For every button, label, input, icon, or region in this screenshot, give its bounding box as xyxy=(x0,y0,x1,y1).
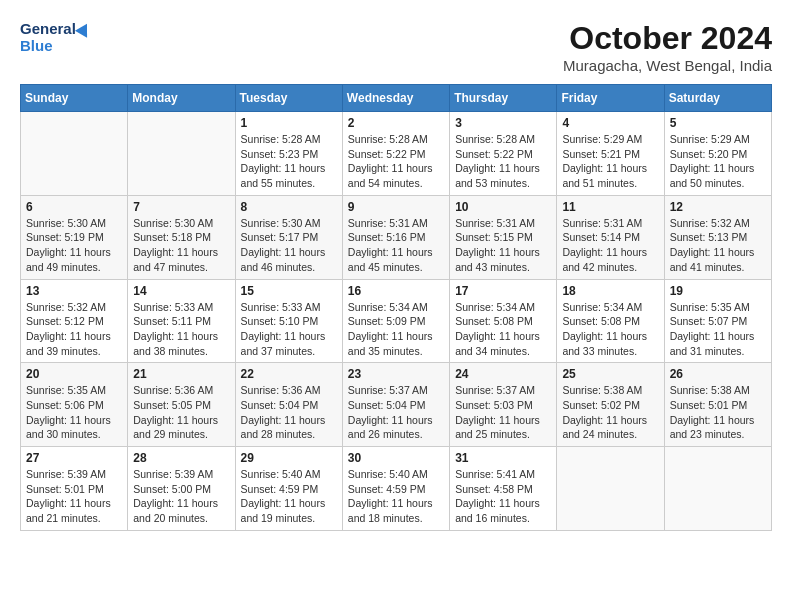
calendar-cell: 28Sunrise: 5:39 AM Sunset: 5:00 PM Dayli… xyxy=(128,447,235,531)
day-number: 24 xyxy=(455,367,551,381)
day-info: Sunrise: 5:28 AM Sunset: 5:22 PM Dayligh… xyxy=(455,132,551,191)
logo: General Blue xyxy=(20,20,91,55)
day-info: Sunrise: 5:30 AM Sunset: 5:18 PM Dayligh… xyxy=(133,216,229,275)
week-row-1: 1Sunrise: 5:28 AM Sunset: 5:23 PM Daylig… xyxy=(21,112,772,196)
day-info: Sunrise: 5:29 AM Sunset: 5:21 PM Dayligh… xyxy=(562,132,658,191)
logo-general: General xyxy=(20,20,76,37)
calendar-cell: 27Sunrise: 5:39 AM Sunset: 5:01 PM Dayli… xyxy=(21,447,128,531)
calendar-cell: 13Sunrise: 5:32 AM Sunset: 5:12 PM Dayli… xyxy=(21,279,128,363)
day-info: Sunrise: 5:35 AM Sunset: 5:06 PM Dayligh… xyxy=(26,383,122,442)
calendar-cell: 5Sunrise: 5:29 AM Sunset: 5:20 PM Daylig… xyxy=(664,112,771,196)
day-info: Sunrise: 5:29 AM Sunset: 5:20 PM Dayligh… xyxy=(670,132,766,191)
day-number: 3 xyxy=(455,116,551,130)
day-info: Sunrise: 5:35 AM Sunset: 5:07 PM Dayligh… xyxy=(670,300,766,359)
calendar-cell: 16Sunrise: 5:34 AM Sunset: 5:09 PM Dayli… xyxy=(342,279,449,363)
day-number: 23 xyxy=(348,367,444,381)
day-number: 9 xyxy=(348,200,444,214)
weekday-header-friday: Friday xyxy=(557,85,664,112)
day-number: 18 xyxy=(562,284,658,298)
day-number: 22 xyxy=(241,367,337,381)
location: Muragacha, West Bengal, India xyxy=(563,57,772,74)
day-info: Sunrise: 5:37 AM Sunset: 5:03 PM Dayligh… xyxy=(455,383,551,442)
day-number: 1 xyxy=(241,116,337,130)
day-info: Sunrise: 5:28 AM Sunset: 5:23 PM Dayligh… xyxy=(241,132,337,191)
calendar-cell: 30Sunrise: 5:40 AM Sunset: 4:59 PM Dayli… xyxy=(342,447,449,531)
week-row-2: 6Sunrise: 5:30 AM Sunset: 5:19 PM Daylig… xyxy=(21,195,772,279)
calendar-cell: 10Sunrise: 5:31 AM Sunset: 5:15 PM Dayli… xyxy=(450,195,557,279)
day-number: 26 xyxy=(670,367,766,381)
calendar-cell: 4Sunrise: 5:29 AM Sunset: 5:21 PM Daylig… xyxy=(557,112,664,196)
calendar-cell: 3Sunrise: 5:28 AM Sunset: 5:22 PM Daylig… xyxy=(450,112,557,196)
day-info: Sunrise: 5:30 AM Sunset: 5:17 PM Dayligh… xyxy=(241,216,337,275)
day-info: Sunrise: 5:33 AM Sunset: 5:11 PM Dayligh… xyxy=(133,300,229,359)
calendar-table: SundayMondayTuesdayWednesdayThursdayFrid… xyxy=(20,84,772,531)
day-number: 28 xyxy=(133,451,229,465)
day-info: Sunrise: 5:36 AM Sunset: 5:04 PM Dayligh… xyxy=(241,383,337,442)
day-number: 4 xyxy=(562,116,658,130)
calendar-cell: 12Sunrise: 5:32 AM Sunset: 5:13 PM Dayli… xyxy=(664,195,771,279)
month-title: October 2024 xyxy=(563,20,772,57)
day-number: 19 xyxy=(670,284,766,298)
weekday-header-sunday: Sunday xyxy=(21,85,128,112)
day-number: 20 xyxy=(26,367,122,381)
calendar-cell: 25Sunrise: 5:38 AM Sunset: 5:02 PM Dayli… xyxy=(557,363,664,447)
day-info: Sunrise: 5:33 AM Sunset: 5:10 PM Dayligh… xyxy=(241,300,337,359)
day-info: Sunrise: 5:28 AM Sunset: 5:22 PM Dayligh… xyxy=(348,132,444,191)
page-header: General Blue October 2024 Muragacha, Wes… xyxy=(20,20,772,74)
weekday-header-tuesday: Tuesday xyxy=(235,85,342,112)
day-number: 15 xyxy=(241,284,337,298)
calendar-cell: 14Sunrise: 5:33 AM Sunset: 5:11 PM Dayli… xyxy=(128,279,235,363)
day-number: 5 xyxy=(670,116,766,130)
day-number: 17 xyxy=(455,284,551,298)
week-row-3: 13Sunrise: 5:32 AM Sunset: 5:12 PM Dayli… xyxy=(21,279,772,363)
day-number: 29 xyxy=(241,451,337,465)
day-info: Sunrise: 5:40 AM Sunset: 4:59 PM Dayligh… xyxy=(348,467,444,526)
calendar-cell xyxy=(664,447,771,531)
day-number: 25 xyxy=(562,367,658,381)
title-section: October 2024 Muragacha, West Bengal, Ind… xyxy=(563,20,772,74)
day-number: 12 xyxy=(670,200,766,214)
weekday-header-monday: Monday xyxy=(128,85,235,112)
day-number: 11 xyxy=(562,200,658,214)
calendar-cell: 8Sunrise: 5:30 AM Sunset: 5:17 PM Daylig… xyxy=(235,195,342,279)
day-info: Sunrise: 5:39 AM Sunset: 5:00 PM Dayligh… xyxy=(133,467,229,526)
calendar-cell: 1Sunrise: 5:28 AM Sunset: 5:23 PM Daylig… xyxy=(235,112,342,196)
calendar-cell: 29Sunrise: 5:40 AM Sunset: 4:59 PM Dayli… xyxy=(235,447,342,531)
calendar-cell: 20Sunrise: 5:35 AM Sunset: 5:06 PM Dayli… xyxy=(21,363,128,447)
day-number: 6 xyxy=(26,200,122,214)
day-info: Sunrise: 5:34 AM Sunset: 5:08 PM Dayligh… xyxy=(562,300,658,359)
day-number: 10 xyxy=(455,200,551,214)
day-number: 2 xyxy=(348,116,444,130)
day-number: 16 xyxy=(348,284,444,298)
calendar-cell: 19Sunrise: 5:35 AM Sunset: 5:07 PM Dayli… xyxy=(664,279,771,363)
calendar-cell: 31Sunrise: 5:41 AM Sunset: 4:58 PM Dayli… xyxy=(450,447,557,531)
calendar-cell: 7Sunrise: 5:30 AM Sunset: 5:18 PM Daylig… xyxy=(128,195,235,279)
calendar-cell: 9Sunrise: 5:31 AM Sunset: 5:16 PM Daylig… xyxy=(342,195,449,279)
calendar-cell: 26Sunrise: 5:38 AM Sunset: 5:01 PM Dayli… xyxy=(664,363,771,447)
calendar-cell: 15Sunrise: 5:33 AM Sunset: 5:10 PM Dayli… xyxy=(235,279,342,363)
day-number: 8 xyxy=(241,200,337,214)
day-info: Sunrise: 5:31 AM Sunset: 5:16 PM Dayligh… xyxy=(348,216,444,275)
logo-blue: Blue xyxy=(20,37,53,54)
calendar-cell: 23Sunrise: 5:37 AM Sunset: 5:04 PM Dayli… xyxy=(342,363,449,447)
day-number: 27 xyxy=(26,451,122,465)
calendar-cell xyxy=(557,447,664,531)
logo-triangle-icon xyxy=(75,20,93,37)
calendar-cell: 22Sunrise: 5:36 AM Sunset: 5:04 PM Dayli… xyxy=(235,363,342,447)
day-info: Sunrise: 5:36 AM Sunset: 5:05 PM Dayligh… xyxy=(133,383,229,442)
day-info: Sunrise: 5:38 AM Sunset: 5:02 PM Dayligh… xyxy=(562,383,658,442)
day-info: Sunrise: 5:30 AM Sunset: 5:19 PM Dayligh… xyxy=(26,216,122,275)
day-number: 30 xyxy=(348,451,444,465)
calendar-cell: 21Sunrise: 5:36 AM Sunset: 5:05 PM Dayli… xyxy=(128,363,235,447)
weekday-header-wednesday: Wednesday xyxy=(342,85,449,112)
day-number: 21 xyxy=(133,367,229,381)
calendar-cell: 2Sunrise: 5:28 AM Sunset: 5:22 PM Daylig… xyxy=(342,112,449,196)
week-row-5: 27Sunrise: 5:39 AM Sunset: 5:01 PM Dayli… xyxy=(21,447,772,531)
day-number: 14 xyxy=(133,284,229,298)
weekday-header-thursday: Thursday xyxy=(450,85,557,112)
day-info: Sunrise: 5:37 AM Sunset: 5:04 PM Dayligh… xyxy=(348,383,444,442)
day-info: Sunrise: 5:31 AM Sunset: 5:15 PM Dayligh… xyxy=(455,216,551,275)
day-info: Sunrise: 5:40 AM Sunset: 4:59 PM Dayligh… xyxy=(241,467,337,526)
calendar-cell xyxy=(128,112,235,196)
calendar-cell: 17Sunrise: 5:34 AM Sunset: 5:08 PM Dayli… xyxy=(450,279,557,363)
